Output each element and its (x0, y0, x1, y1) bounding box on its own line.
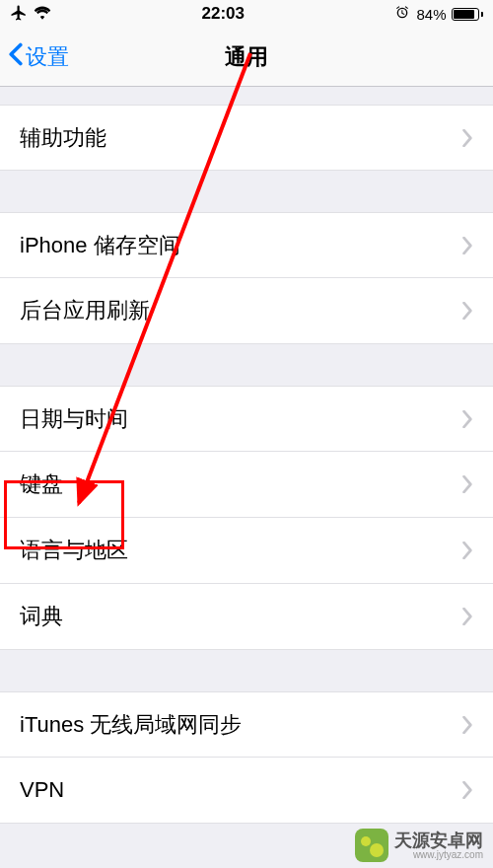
chevron-right-icon (462, 302, 473, 320)
chevron-left-icon (8, 42, 26, 72)
settings-row-label: 语言与地区 (20, 536, 128, 565)
settings-group: 辅助功能 (0, 105, 493, 171)
settings-row[interactable]: 词典 (0, 584, 493, 650)
settings-row[interactable]: 语言与地区 (0, 518, 493, 584)
settings-group: iTunes 无线局域网同步VPN (0, 691, 493, 824)
page-title: 通用 (0, 42, 493, 72)
settings-group: 日期与时间键盘语言与地区词典 (0, 386, 493, 650)
back-button[interactable]: 设置 (0, 42, 69, 72)
chevron-right-icon (462, 410, 473, 428)
wifi-icon (34, 6, 51, 23)
chevron-right-icon (462, 781, 473, 799)
settings-row-label: VPN (20, 777, 64, 803)
chevron-right-icon (462, 129, 473, 147)
watermark: 天源安卓网 www.jytyaz.com (355, 829, 483, 862)
back-label: 设置 (26, 42, 69, 72)
chevron-right-icon (462, 542, 473, 559)
settings-row-label: 后台应用刷新 (20, 296, 150, 326)
settings-row-label: 日期与时间 (20, 404, 128, 434)
settings-row[interactable]: 辅助功能 (0, 105, 493, 171)
chevron-right-icon (462, 237, 473, 254)
battery-percentage: 84% (416, 6, 446, 23)
settings-row-label: 键盘 (20, 470, 63, 499)
settings-row[interactable]: 键盘 (0, 452, 493, 518)
settings-row-label: 词典 (20, 602, 63, 631)
settings-group: iPhone 储存空间后台应用刷新 (0, 212, 493, 344)
battery-icon (452, 8, 483, 21)
status-bar: 22:03 84% (0, 0, 493, 28)
chevron-right-icon (462, 608, 473, 625)
chevron-right-icon (462, 716, 473, 734)
watermark-logo-icon (355, 829, 388, 862)
settings-row[interactable]: VPN (0, 758, 493, 824)
chevron-right-icon (462, 475, 473, 493)
settings-row[interactable]: iTunes 无线局域网同步 (0, 691, 493, 758)
settings-row[interactable]: iPhone 储存空间 (0, 212, 493, 278)
settings-row[interactable]: 日期与时间 (0, 386, 493, 452)
nav-bar: 设置 通用 (0, 28, 493, 87)
alarm-icon (394, 5, 410, 24)
settings-row-label: iTunes 无线局域网同步 (20, 710, 242, 740)
settings-row-label: 辅助功能 (20, 123, 106, 153)
airplane-mode-icon (10, 4, 28, 25)
settings-row-label: iPhone 储存空间 (20, 231, 180, 260)
settings-row[interactable]: 后台应用刷新 (0, 278, 493, 344)
watermark-url: www.jytyaz.com (394, 849, 483, 860)
watermark-brand: 天源安卓网 (394, 832, 483, 849)
statusbar-time: 22:03 (201, 4, 244, 24)
